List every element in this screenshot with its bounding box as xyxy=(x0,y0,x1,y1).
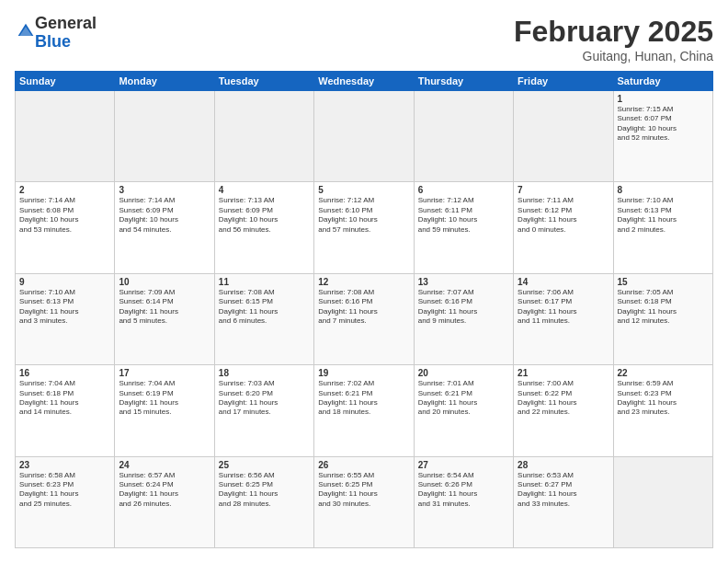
day-number: 19 xyxy=(318,368,409,378)
weekday-saturday: Saturday xyxy=(613,72,712,91)
day-cell: 3Sunrise: 7:14 AM Sunset: 6:09 PM Daylig… xyxy=(115,182,214,273)
day-info: Sunrise: 7:07 AM Sunset: 6:16 PM Dayligh… xyxy=(418,288,509,327)
day-info: Sunrise: 7:02 AM Sunset: 6:21 PM Dayligh… xyxy=(318,379,409,418)
day-cell: 22Sunrise: 6:59 AM Sunset: 6:23 PM Dayli… xyxy=(613,365,712,456)
logo-blue: Blue xyxy=(35,32,71,51)
day-number: 23 xyxy=(19,460,110,470)
month-title: February 2025 xyxy=(514,15,713,49)
day-info: Sunrise: 7:08 AM Sunset: 6:16 PM Dayligh… xyxy=(318,288,409,327)
day-cell: 12Sunrise: 7:08 AM Sunset: 6:16 PM Dayli… xyxy=(314,273,414,364)
location-title: Guitang, Hunan, China xyxy=(514,49,713,63)
day-cell xyxy=(115,91,214,182)
day-number: 21 xyxy=(518,368,609,378)
day-info: Sunrise: 6:57 AM Sunset: 6:24 PM Dayligh… xyxy=(119,471,210,510)
day-number: 27 xyxy=(418,460,509,470)
day-number: 28 xyxy=(518,460,609,470)
page: General Blue February 2025 Guitang, Huna… xyxy=(0,0,728,563)
week-row-4: 16Sunrise: 7:04 AM Sunset: 6:18 PM Dayli… xyxy=(16,365,713,456)
day-number: 7 xyxy=(518,185,609,195)
week-row-5: 23Sunrise: 6:58 AM Sunset: 6:23 PM Dayli… xyxy=(16,456,713,547)
day-info: Sunrise: 7:00 AM Sunset: 6:22 PM Dayligh… xyxy=(518,379,609,418)
weekday-monday: Monday xyxy=(115,72,214,91)
day-info: Sunrise: 7:05 AM Sunset: 6:18 PM Dayligh… xyxy=(618,288,709,327)
day-number: 18 xyxy=(219,368,310,378)
day-cell xyxy=(16,91,115,182)
day-number: 10 xyxy=(119,277,210,287)
day-cell: 17Sunrise: 7:04 AM Sunset: 6:19 PM Dayli… xyxy=(115,365,214,456)
day-info: Sunrise: 6:59 AM Sunset: 6:23 PM Dayligh… xyxy=(618,379,709,418)
day-number: 17 xyxy=(119,368,210,378)
day-number: 2 xyxy=(19,185,110,195)
day-cell: 2Sunrise: 7:14 AM Sunset: 6:08 PM Daylig… xyxy=(16,182,115,273)
day-cell: 1Sunrise: 7:15 AM Sunset: 6:07 PM Daylig… xyxy=(613,91,712,182)
day-info: Sunrise: 7:11 AM Sunset: 6:12 PM Dayligh… xyxy=(518,196,609,235)
weekday-header-row: SundayMondayTuesdayWednesdayThursdayFrid… xyxy=(16,72,713,91)
day-cell xyxy=(314,91,414,182)
day-number: 9 xyxy=(19,277,110,287)
day-cell: 10Sunrise: 7:09 AM Sunset: 6:14 PM Dayli… xyxy=(115,273,214,364)
logo-general: General xyxy=(35,14,97,32)
day-cell: 18Sunrise: 7:03 AM Sunset: 6:20 PM Dayli… xyxy=(214,365,313,456)
day-number: 15 xyxy=(618,277,709,287)
day-cell: 5Sunrise: 7:12 AM Sunset: 6:10 PM Daylig… xyxy=(314,182,414,273)
day-info: Sunrise: 7:01 AM Sunset: 6:21 PM Dayligh… xyxy=(418,379,509,418)
day-number: 14 xyxy=(518,277,609,287)
day-cell: 16Sunrise: 7:04 AM Sunset: 6:18 PM Dayli… xyxy=(16,365,115,456)
day-number: 20 xyxy=(418,368,509,378)
day-number: 24 xyxy=(119,460,210,470)
day-number: 4 xyxy=(219,185,310,195)
day-cell: 27Sunrise: 6:54 AM Sunset: 6:26 PM Dayli… xyxy=(414,456,513,547)
week-row-3: 9Sunrise: 7:10 AM Sunset: 6:13 PM Daylig… xyxy=(16,273,713,364)
day-cell: 8Sunrise: 7:10 AM Sunset: 6:13 PM Daylig… xyxy=(613,182,712,273)
day-info: Sunrise: 7:12 AM Sunset: 6:11 PM Dayligh… xyxy=(418,196,509,235)
day-info: Sunrise: 7:14 AM Sunset: 6:09 PM Dayligh… xyxy=(119,196,210,235)
day-info: Sunrise: 7:04 AM Sunset: 6:19 PM Dayligh… xyxy=(119,379,210,418)
day-info: Sunrise: 6:54 AM Sunset: 6:26 PM Dayligh… xyxy=(418,471,509,510)
day-info: Sunrise: 6:55 AM Sunset: 6:25 PM Dayligh… xyxy=(318,471,409,510)
day-cell: 11Sunrise: 7:08 AM Sunset: 6:15 PM Dayli… xyxy=(214,273,313,364)
day-number: 8 xyxy=(618,185,709,195)
day-cell: 6Sunrise: 7:12 AM Sunset: 6:11 PM Daylig… xyxy=(414,182,513,273)
day-cell: 4Sunrise: 7:13 AM Sunset: 6:09 PM Daylig… xyxy=(214,182,313,273)
week-row-1: 1Sunrise: 7:15 AM Sunset: 6:07 PM Daylig… xyxy=(16,91,713,182)
day-info: Sunrise: 7:03 AM Sunset: 6:20 PM Dayligh… xyxy=(219,379,310,418)
day-cell: 14Sunrise: 7:06 AM Sunset: 6:17 PM Dayli… xyxy=(514,273,613,364)
day-info: Sunrise: 7:06 AM Sunset: 6:17 PM Dayligh… xyxy=(518,288,609,327)
day-cell: 26Sunrise: 6:55 AM Sunset: 6:25 PM Dayli… xyxy=(314,456,414,547)
logo-text: General Blue xyxy=(35,15,97,52)
day-info: Sunrise: 7:12 AM Sunset: 6:10 PM Dayligh… xyxy=(318,196,409,235)
day-cell: 21Sunrise: 7:00 AM Sunset: 6:22 PM Dayli… xyxy=(514,365,613,456)
day-number: 16 xyxy=(19,368,110,378)
day-cell xyxy=(214,91,313,182)
weekday-wednesday: Wednesday xyxy=(314,72,414,91)
day-cell: 7Sunrise: 7:11 AM Sunset: 6:12 PM Daylig… xyxy=(514,182,613,273)
week-row-2: 2Sunrise: 7:14 AM Sunset: 6:08 PM Daylig… xyxy=(16,182,713,273)
day-number: 3 xyxy=(119,185,210,195)
day-number: 5 xyxy=(318,185,409,195)
logo-icon xyxy=(17,22,35,40)
day-number: 12 xyxy=(318,277,409,287)
day-cell: 15Sunrise: 7:05 AM Sunset: 6:18 PM Dayli… xyxy=(613,273,712,364)
calendar-table: SundayMondayTuesdayWednesdayThursdayFrid… xyxy=(15,71,713,548)
title-block: February 2025 Guitang, Hunan, China xyxy=(514,15,713,63)
day-number: 22 xyxy=(618,368,709,378)
day-number: 13 xyxy=(418,277,509,287)
day-cell: 13Sunrise: 7:07 AM Sunset: 6:16 PM Dayli… xyxy=(414,273,513,364)
day-cell: 24Sunrise: 6:57 AM Sunset: 6:24 PM Dayli… xyxy=(115,456,214,547)
day-info: Sunrise: 6:53 AM Sunset: 6:27 PM Dayligh… xyxy=(518,471,609,510)
day-cell: 20Sunrise: 7:01 AM Sunset: 6:21 PM Dayli… xyxy=(414,365,513,456)
day-cell xyxy=(414,91,513,182)
day-number: 1 xyxy=(618,94,709,104)
header: General Blue February 2025 Guitang, Huna… xyxy=(15,15,713,63)
day-info: Sunrise: 7:15 AM Sunset: 6:07 PM Dayligh… xyxy=(618,105,709,144)
weekday-thursday: Thursday xyxy=(414,72,513,91)
day-info: Sunrise: 7:04 AM Sunset: 6:18 PM Dayligh… xyxy=(19,379,110,418)
day-cell: 9Sunrise: 7:10 AM Sunset: 6:13 PM Daylig… xyxy=(16,273,115,364)
weekday-sunday: Sunday xyxy=(16,72,115,91)
day-info: Sunrise: 7:14 AM Sunset: 6:08 PM Dayligh… xyxy=(19,196,110,235)
day-cell: 23Sunrise: 6:58 AM Sunset: 6:23 PM Dayli… xyxy=(16,456,115,547)
day-info: Sunrise: 7:10 AM Sunset: 6:13 PM Dayligh… xyxy=(618,196,709,235)
day-info: Sunrise: 6:56 AM Sunset: 6:25 PM Dayligh… xyxy=(219,471,310,510)
day-info: Sunrise: 7:10 AM Sunset: 6:13 PM Dayligh… xyxy=(19,288,110,327)
day-cell xyxy=(514,91,613,182)
